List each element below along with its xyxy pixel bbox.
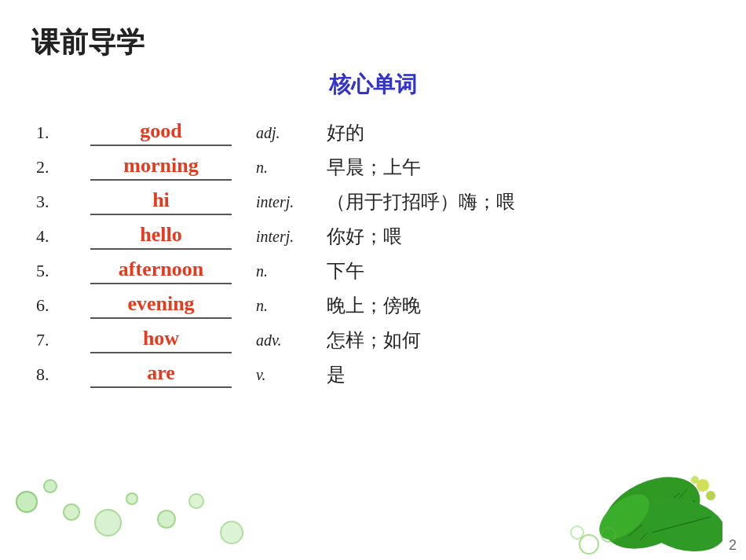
svg-point-1 [592,463,711,560]
vocab-word-cell: afternoon [71,255,251,287]
vocab-row: 8.arev.是 [31,359,715,390]
vocab-word-cell: morning [71,152,251,183]
decoration-bottom [0,466,746,560]
page-title: 课前导学 [31,24,715,62]
vocab-word-cell: hello [71,221,251,252]
svg-line-2 [609,501,695,525]
vocab-meaning: 是 [322,359,715,390]
vocab-number: 1. [31,117,71,148]
vocab-word: good [90,119,232,146]
svg-point-0 [592,463,711,560]
vocab-number: 3. [31,186,71,218]
vocab-row: 7.howadv.怎样；如何 [31,324,715,356]
vocab-pos: n. [251,290,322,321]
vocab-meaning: 晚上；傍晚 [322,290,715,321]
vocab-number: 8. [31,359,71,390]
vocab-word-cell: good [71,117,251,148]
vocab-word-cell: hi [71,186,251,218]
vocab-number: 6. [31,290,71,321]
main-page: 课前导学 核心单词 1.goodadj.好的2.morningn.早晨；上午3.… [0,0,746,560]
vocab-word-cell: are [71,359,251,390]
vocab-meaning: 早晨；上午 [322,152,715,183]
vocab-table: 1.goodadj.好的2.morningn.早晨；上午3.hiinterj.（… [31,114,715,393]
svg-point-8 [697,479,709,492]
svg-point-9 [706,491,715,500]
svg-point-5 [635,489,722,560]
vocab-word: hi [90,188,232,215]
leaf-decoration [565,450,722,560]
vocab-word: are [90,361,232,388]
vocab-meaning: 下午 [322,255,715,287]
vocab-pos: n. [251,152,322,183]
svg-point-13 [571,526,583,539]
vocab-row: 4.hellointerj.你好；喂 [31,221,715,252]
vocab-row: 6.eveningn.晚上；傍晚 [31,290,715,321]
vocab-pos: adv. [251,324,322,356]
svg-line-3 [628,493,679,536]
vocab-pos: interj. [251,221,322,252]
vocab-number: 2. [31,152,71,183]
svg-point-7 [591,485,657,547]
vocab-row: 1.goodadj.好的 [31,117,715,148]
vocab-meaning: 你好；喂 [322,221,715,252]
vocab-number: 7. [31,324,71,356]
vocab-word: morning [90,154,232,181]
vocab-meaning: （用于打招呼）嗨；喂 [322,186,715,218]
svg-point-11 [580,535,598,554]
vocab-row: 5.afternoonn.下午 [31,255,715,287]
vocab-meaning: 好的 [322,117,715,148]
vocab-pos: adj. [251,117,322,148]
vocab-word: afternoon [90,258,232,284]
vocab-word-cell: how [71,324,251,356]
vocab-pos: n. [251,255,322,287]
vocab-pos: interj. [251,186,322,218]
vocab-row: 3.hiinterj.（用于打招呼）嗨；喂 [31,186,715,218]
vocab-row: 2.morningn.早晨；上午 [31,152,715,183]
vocab-number: 5. [31,255,71,287]
svg-point-10 [691,476,699,484]
vocab-word: evening [90,292,232,319]
svg-line-6 [652,517,711,533]
vocab-meaning: 怎样；如何 [322,324,715,356]
vocab-word: how [90,327,232,353]
svg-line-4 [640,489,687,540]
vocab-number: 4. [31,221,71,252]
svg-point-12 [602,528,616,542]
page-number: 2 [729,537,737,554]
vocab-pos: v. [251,359,322,390]
vocab-word-cell: evening [71,290,251,321]
vocab-word: hello [90,223,232,250]
section-title: 核心单词 [31,70,715,100]
